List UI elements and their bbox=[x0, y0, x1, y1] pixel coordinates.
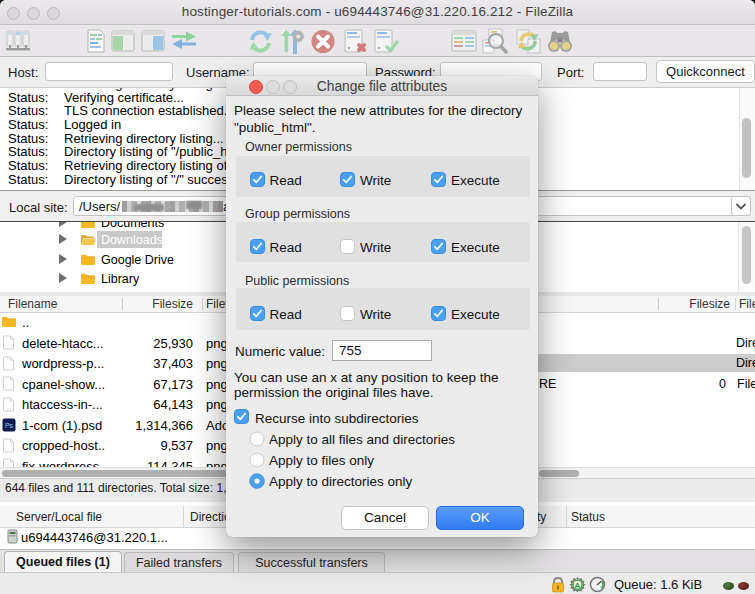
svg-text:A: A bbox=[575, 581, 581, 590]
svg-text:Ps: Ps bbox=[5, 422, 14, 429]
